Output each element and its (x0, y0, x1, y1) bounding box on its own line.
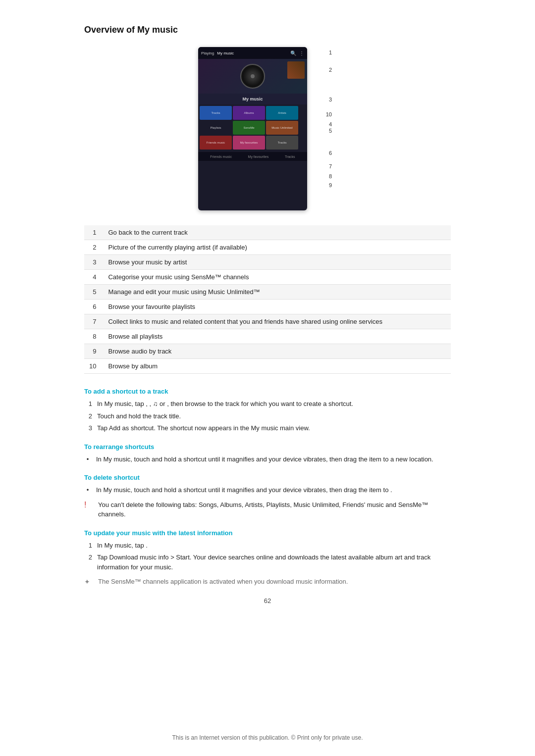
tip-text: The SensMe™ channels application is acti… (98, 577, 348, 587)
bullet-list: • In My music, touch and hold a shortcut… (84, 485, 451, 495)
my-music-label: My music (198, 94, 307, 104)
reference-row: 3Browse your music by artist (84, 255, 451, 270)
sections-container: To add a shortcut to a track 1 In My mus… (84, 388, 451, 587)
ref-desc: Categorise your music using SensMe™ chan… (103, 270, 451, 285)
reference-row: 1Go back to the current track (84, 225, 451, 240)
screenshot-section: Playing My music 🔍 ⋮ My music (84, 47, 451, 210)
note-text: You can't delete the following tabs: Son… (98, 500, 451, 519)
ref-num: 10 (84, 359, 103, 374)
sensme-tile: SensMe (233, 121, 265, 135)
step-item: 1 In My music, tap , , ♫ or , then brows… (84, 399, 451, 409)
reference-row: 5Manage and edit your music using Music … (84, 285, 451, 300)
callout-7: 7 (329, 163, 332, 169)
phone-topbar: Playing My music 🔍 ⋮ (198, 47, 307, 59)
record-center (251, 74, 255, 78)
ref-desc: Browse all playlists (103, 329, 451, 344)
step-num: 2 (84, 553, 92, 572)
ref-num: 4 (84, 270, 103, 285)
ref-desc: Browse audio by track (103, 344, 451, 359)
callout-2: 2 (329, 67, 332, 73)
step-text: In My music, tap , , ♫ or , then browse … (97, 399, 451, 409)
ref-num: 7 (84, 314, 103, 329)
reference-row: 2Picture of the currently playing artist… (84, 240, 451, 255)
callout-10: 10 (326, 111, 332, 117)
reference-table: 1Go back to the current track2Picture of… (84, 225, 451, 374)
tab-mymusic: My music (217, 51, 234, 55)
section-add-shortcut: To add a shortcut to a track 1 In My mus… (84, 388, 451, 433)
callout-5: 5 (329, 128, 332, 134)
bullet-dot: • (84, 454, 91, 464)
ref-num: 3 (84, 255, 103, 270)
vinyl-record (240, 64, 265, 89)
step-text: In My music, tap . (97, 541, 451, 551)
grid-row-3: Friends music My favourites Tracks (200, 136, 306, 150)
menu-icon: ⋮ (299, 50, 304, 56)
ref-desc: Collect links to music and related conte… (103, 314, 451, 329)
bullet-dot: • (84, 485, 91, 495)
callout-8: 8 (329, 173, 332, 179)
bottom-nav: Friends music My favourites Tracks (198, 152, 307, 161)
page-title: Overview of My music (84, 25, 451, 35)
step-text: Touch and hold the track title. (97, 411, 451, 421)
nav-label-3: Tracks (285, 155, 295, 158)
ref-desc: Picture of the currently playing artist … (103, 240, 451, 255)
nav-label-1: Friends music (210, 155, 232, 158)
step-num: 2 (84, 411, 92, 421)
artist-image-area (198, 59, 307, 94)
reference-row: 8Browse all playlists (84, 329, 451, 344)
friends-tile: Friends music (200, 136, 232, 150)
reference-row: 9Browse audio by track (84, 344, 451, 359)
callout-6: 6 (329, 150, 332, 156)
step-text: Tap Add as shortcut. The shortcut now ap… (97, 423, 451, 433)
tab-playing: Playing (201, 51, 214, 55)
section-delete-shortcut: To delete shortcut • In My music, touch … (84, 474, 451, 519)
step-list: 1 In My music, tap . 2 Tap Download musi… (84, 541, 451, 572)
albums-tile: Albums (233, 106, 265, 120)
step-item: 1 In My music, tap . (84, 541, 451, 551)
section-heading: To update your music with the latest inf… (84, 529, 451, 537)
bullet-list: • In My music, touch and hold a shortcut… (84, 454, 451, 464)
step-num: 3 (84, 423, 92, 433)
tracks-tile: Tracks (200, 106, 232, 120)
callout-3: 3 (329, 97, 332, 102)
bullet-text: In My music, touch and hold a shortcut u… (96, 454, 451, 464)
step-num: 1 (84, 399, 92, 409)
reference-row: 7Collect links to music and related cont… (84, 314, 451, 329)
ref-desc: Browse your music by artist (103, 255, 451, 270)
note-icon: ! (84, 499, 93, 519)
tip-icon: ✦ (84, 577, 93, 587)
ref-num: 2 (84, 240, 103, 255)
ref-num: 9 (84, 344, 103, 359)
reference-row: 4Categorise your music using SensMe™ cha… (84, 270, 451, 285)
section-rearrange-shortcuts: To rearrange shortcuts • In My music, to… (84, 443, 451, 464)
callout-1: 1 (329, 50, 332, 55)
phone-screenshot: Playing My music 🔍 ⋮ My music (198, 47, 307, 210)
page-content: Overview of My music Playing My music 🔍 … (74, 0, 461, 649)
screenshot-wrapper: Playing My music 🔍 ⋮ My music (198, 47, 307, 210)
note-box: ! You can't delete the following tabs: S… (84, 500, 451, 519)
ref-desc: Go back to the current track (103, 225, 451, 240)
step-item: 3 Tap Add as shortcut. The shortcut now … (84, 423, 451, 433)
unlimited-tile: Music Unlimited (266, 121, 298, 135)
playlists-tile: Playlists (200, 121, 232, 135)
grid-row-1: Tracks Albums Artists (200, 106, 306, 120)
bullet-item: • In My music, touch and hold a shortcut… (84, 485, 451, 495)
nav-label-2: My favourites (248, 155, 269, 158)
ref-desc: Manage and edit your music using Music U… (103, 285, 451, 300)
ref-num: 6 (84, 300, 103, 314)
search-icon: 🔍 (290, 50, 296, 56)
callout-9: 9 (329, 182, 332, 188)
album-art-thumb (287, 61, 305, 79)
ref-num: 5 (84, 285, 103, 300)
music-grid: Tracks Albums Artists Playlists SensMe M… (198, 104, 307, 151)
step-num: 1 (84, 541, 92, 551)
section-heading: To delete shortcut (84, 474, 451, 481)
tracks2-tile: Tracks (266, 136, 298, 150)
favourites-tile: My favourites (233, 136, 265, 150)
page-number: 62 (84, 597, 451, 605)
callout-4: 4 (329, 121, 332, 127)
reference-row: 6Browse your favourite playlists (84, 300, 451, 314)
step-text: Tap Download music info > Start. Your de… (97, 553, 451, 572)
section-heading: To rearrange shortcuts (84, 443, 451, 451)
bullet-text: In My music, touch and hold a shortcut u… (96, 485, 451, 495)
